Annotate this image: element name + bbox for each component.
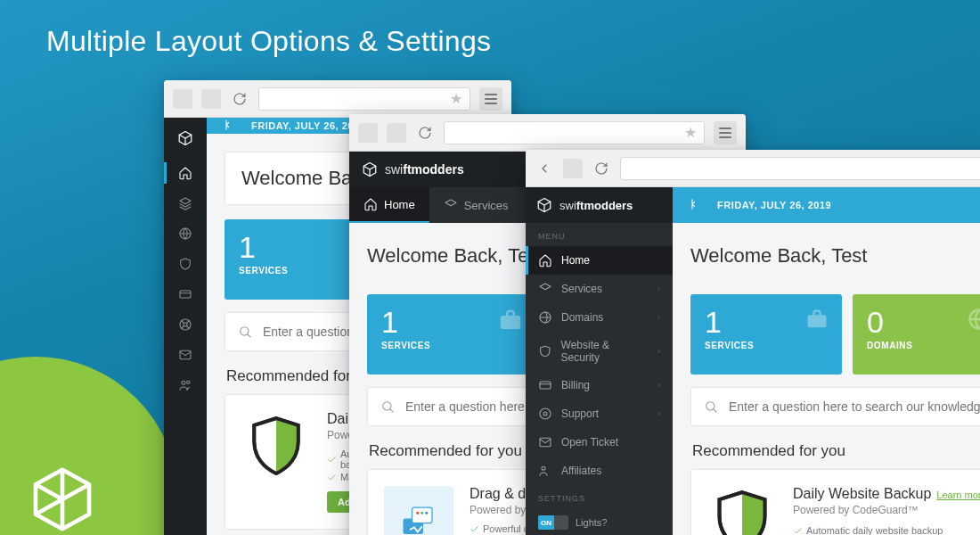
top-bar: FRIDAY, JULY 26, 2019 xyxy=(673,187,980,223)
menu-affiliates[interactable]: Affiliates xyxy=(526,457,673,485)
learn-more-link[interactable]: Learn more... xyxy=(936,490,980,500)
browser-chrome: ★ xyxy=(349,114,746,152)
address-bar[interactable]: ★ xyxy=(444,121,705,144)
stat-services[interactable]: 1 SERVICES xyxy=(690,294,842,374)
feature-row: Automatic daily website backup xyxy=(793,525,943,535)
search-icon xyxy=(380,399,395,414)
svg-rect-9 xyxy=(501,316,521,329)
section-recommended: Recommended for you xyxy=(692,442,980,460)
globe-icon xyxy=(538,310,552,325)
rail-item-support[interactable] xyxy=(164,317,207,332)
codeguard-logo xyxy=(707,486,777,535)
card-subtitle: Powered by CodeGuard™ xyxy=(793,504,980,516)
menu-website-security[interactable]: Website & Security› xyxy=(526,332,673,371)
sidebar-toggle-icon[interactable] xyxy=(687,197,701,213)
menu-support[interactable]: Support› xyxy=(526,399,673,428)
rail-item-home[interactable] xyxy=(164,166,207,180)
brand-cube-icon xyxy=(177,130,193,150)
browser-menu-button[interactable] xyxy=(479,87,502,111)
chevron-right-icon: › xyxy=(657,313,660,322)
users-icon xyxy=(538,464,552,478)
reload-icon xyxy=(233,92,247,106)
address-bar[interactable]: ★ xyxy=(620,157,980,180)
menu-domains[interactable]: Domains› xyxy=(526,303,673,332)
back-button[interactable] xyxy=(535,159,554,178)
stat-label: SERVICES xyxy=(705,341,828,350)
rail-item-security[interactable] xyxy=(164,257,207,271)
svg-point-13 xyxy=(416,512,419,514)
forward-button[interactable] xyxy=(201,89,221,109)
welcome-heading: Welcome Back, Test xyxy=(690,241,980,280)
mail-icon xyxy=(178,348,192,362)
globe-icon xyxy=(967,307,980,335)
reload-button[interactable] xyxy=(592,159,611,178)
stat-services[interactable]: 1 SERVICES xyxy=(367,294,536,374)
reload-button[interactable] xyxy=(230,89,249,109)
svg-point-19 xyxy=(543,412,547,416)
check-icon xyxy=(327,455,337,465)
browser-window-sidebar: ★ swiftmodders MENU Home Services› Domai… xyxy=(526,150,980,535)
svg-rect-17 xyxy=(540,382,551,389)
brand-bar: swiftmodders xyxy=(526,187,673,223)
check-icon xyxy=(793,526,803,536)
rail-item-billing[interactable] xyxy=(164,287,207,301)
svg-point-14 xyxy=(421,512,423,514)
back-button[interactable] xyxy=(358,123,378,143)
chevron-right-icon: › xyxy=(657,347,660,356)
home-icon xyxy=(363,197,378,211)
menu-services[interactable]: Services› xyxy=(526,275,673,303)
codeguard-logo xyxy=(241,411,311,481)
reload-icon xyxy=(594,161,608,176)
brand-blob xyxy=(0,357,178,535)
kb-search[interactable] xyxy=(690,387,980,426)
svg-rect-22 xyxy=(808,315,827,327)
nav-services[interactable]: Services xyxy=(429,187,523,223)
rail-item-openticket[interactable] xyxy=(164,348,207,362)
rail-item-domains[interactable] xyxy=(164,226,207,241)
reload-button[interactable] xyxy=(415,123,435,143)
bookmark-star-icon[interactable]: ★ xyxy=(450,90,462,107)
home-icon xyxy=(538,253,552,268)
forward-button[interactable] xyxy=(387,123,406,143)
svg-point-21 xyxy=(542,466,545,470)
menu-open-ticket[interactable]: Open Ticket xyxy=(526,428,673,457)
card-codeguard: Daily Website BackupLearn more... Powere… xyxy=(690,469,980,535)
date-label: FRIDAY, JULY 26, 2019 xyxy=(251,120,365,131)
svg-point-18 xyxy=(540,408,551,419)
svg-rect-1 xyxy=(180,291,191,298)
lifebuoy-icon xyxy=(538,407,552,421)
stat-label: DOMAINS xyxy=(867,341,980,350)
stat-label: SERVICES xyxy=(381,341,522,350)
nav-home[interactable]: Home xyxy=(349,187,429,223)
address-bar[interactable]: ★ xyxy=(258,87,470,111)
chevron-right-icon: › xyxy=(657,409,660,418)
rail-item-services[interactable] xyxy=(164,196,207,210)
brand-cube-icon xyxy=(536,197,552,213)
stat-services[interactable]: 1 SERVICES xyxy=(225,219,363,300)
mail-icon xyxy=(538,435,552,449)
search-icon xyxy=(704,399,718,414)
layers-icon xyxy=(178,196,192,210)
shield-icon xyxy=(178,257,192,271)
browser-menu-button[interactable] xyxy=(714,121,737,144)
stat-domains[interactable]: 0 DOMAINS xyxy=(853,294,980,374)
date-label: FRIDAY, JULY 26, 2019 xyxy=(717,200,831,210)
card-icon xyxy=(178,287,192,301)
menu-billing[interactable]: Billing› xyxy=(526,371,673,399)
back-button[interactable] xyxy=(173,89,192,109)
menu-home[interactable]: Home xyxy=(526,246,673,275)
kb-search-input[interactable] xyxy=(727,399,980,415)
sidebar-menu: MENU Home Services› Domains› Website & S… xyxy=(526,223,673,535)
forward-button[interactable] xyxy=(563,159,583,178)
bookmark-star-icon[interactable]: ★ xyxy=(684,124,697,141)
sidebar-toggle-icon[interactable] xyxy=(221,118,235,134)
stat-label: SERVICES xyxy=(239,266,348,276)
svg-point-6 xyxy=(187,381,190,383)
lights-toggle[interactable]: ON Lights? xyxy=(526,508,619,535)
layers-icon xyxy=(444,198,458,212)
svg-point-5 xyxy=(182,381,185,384)
svg-rect-20 xyxy=(540,438,551,446)
stat-value: 0 xyxy=(867,307,980,337)
rail-item-affiliates[interactable] xyxy=(164,378,207,392)
weebly-thumb xyxy=(384,486,453,535)
